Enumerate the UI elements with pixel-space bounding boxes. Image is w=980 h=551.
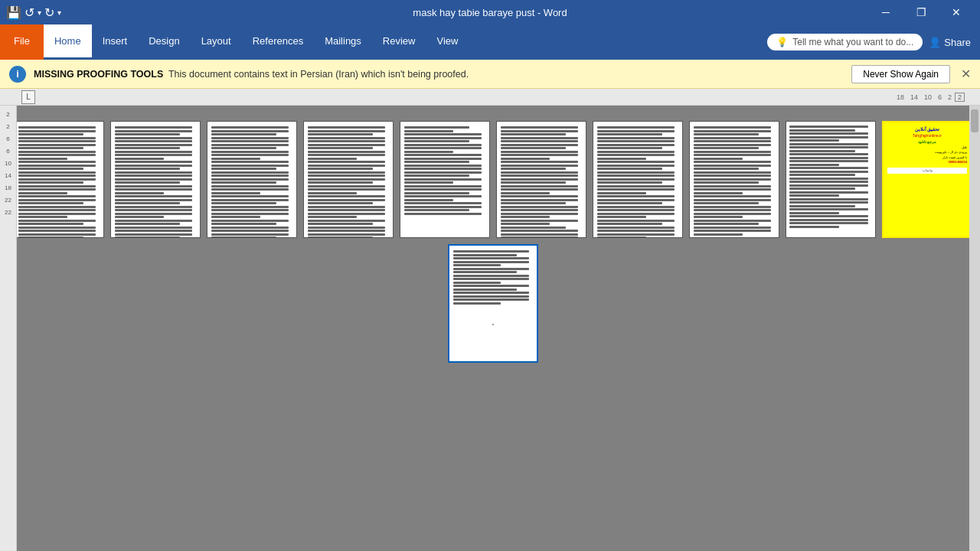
text-line bbox=[789, 157, 868, 159]
tab-design[interactable]: Design bbox=[138, 24, 190, 60]
page-5[interactable] bbox=[400, 121, 490, 238]
text-line bbox=[115, 140, 192, 142]
text-line bbox=[501, 188, 578, 191]
save-icon[interactable]: 💾 bbox=[6, 5, 21, 20]
customize-qat-button[interactable]: ▾ bbox=[57, 8, 61, 17]
text-line bbox=[789, 212, 839, 214]
tell-me-search[interactable]: 💡 Tell me what you want to do... bbox=[767, 34, 923, 51]
undo-dropdown[interactable]: ▾ bbox=[38, 8, 41, 17]
text-line bbox=[501, 223, 550, 225]
text-line bbox=[501, 199, 578, 201]
text-line bbox=[789, 194, 839, 197]
text-line bbox=[404, 192, 469, 194]
undo-button[interactable]: ↺ bbox=[24, 5, 34, 20]
text-line bbox=[597, 140, 675, 142]
text-line bbox=[211, 147, 276, 149]
text-line bbox=[308, 230, 385, 232]
text-line bbox=[597, 236, 646, 238]
text-line bbox=[211, 161, 289, 163]
tab-home[interactable]: Home bbox=[44, 24, 92, 60]
page-9[interactable] bbox=[786, 121, 876, 238]
text-line bbox=[115, 165, 192, 167]
text-line bbox=[597, 178, 675, 181]
text-line bbox=[694, 181, 759, 184]
restore-button[interactable]: ❐ bbox=[903, 0, 939, 24]
text-line bbox=[18, 147, 83, 149]
page-1[interactable] bbox=[17, 121, 104, 238]
close-button[interactable]: ✕ bbox=[939, 0, 974, 24]
page-10-ad[interactable]: تحقیق آنلاین Tahghighonline.ir مرجع دانل… bbox=[882, 121, 969, 238]
text-line bbox=[404, 144, 482, 146]
text-line bbox=[501, 209, 578, 211]
text-line bbox=[694, 185, 771, 187]
tab-review[interactable]: Review bbox=[372, 24, 426, 60]
text-line bbox=[404, 165, 482, 167]
tab-stop-indicator[interactable]: L bbox=[21, 90, 35, 104]
page-3[interactable] bbox=[207, 121, 297, 238]
text-line bbox=[694, 202, 759, 204]
text-line bbox=[501, 178, 578, 181]
tab-view[interactable]: View bbox=[426, 24, 469, 60]
person-icon: 👤 bbox=[929, 37, 941, 48]
text-line bbox=[694, 199, 771, 201]
text-line bbox=[597, 168, 662, 170]
text-line bbox=[453, 264, 501, 266]
page-2[interactable] bbox=[110, 121, 201, 238]
text-line bbox=[789, 191, 868, 194]
text-line bbox=[597, 133, 662, 135]
text-line bbox=[308, 181, 373, 184]
text-line bbox=[789, 208, 868, 210]
tab-insert[interactable]: Insert bbox=[92, 24, 139, 60]
ruler-num-18: 18 bbox=[893, 93, 907, 101]
text-line bbox=[453, 298, 529, 301]
page-8[interactable] bbox=[689, 121, 779, 238]
text-line bbox=[501, 165, 578, 167]
text-line bbox=[501, 151, 578, 153]
text-line bbox=[211, 181, 276, 184]
never-show-again-button[interactable]: Never Show Again bbox=[851, 65, 950, 83]
minimize-button[interactable]: ─ bbox=[868, 0, 903, 24]
text-line bbox=[211, 137, 289, 139]
text-line bbox=[18, 209, 96, 211]
page-4[interactable] bbox=[303, 121, 394, 238]
redo-button[interactable]: ↻ bbox=[44, 5, 54, 20]
text-line bbox=[501, 202, 566, 204]
text-line bbox=[597, 161, 675, 163]
page-11-partial[interactable]: • bbox=[448, 244, 538, 363]
text-line bbox=[404, 130, 453, 132]
tab-layout[interactable]: Layout bbox=[191, 24, 242, 60]
text-line bbox=[789, 164, 839, 166]
tab-file[interactable]: File bbox=[0, 24, 44, 60]
text-line bbox=[597, 144, 675, 146]
text-line bbox=[115, 171, 192, 174]
share-button[interactable]: 👤 Share bbox=[929, 37, 971, 48]
info-close-button[interactable]: ✕ bbox=[961, 67, 971, 81]
text-line bbox=[597, 233, 675, 236]
text-line bbox=[115, 168, 180, 170]
text-line bbox=[789, 219, 868, 221]
text-line bbox=[789, 181, 868, 183]
text-line bbox=[694, 188, 771, 191]
tab-mailings[interactable]: Mailings bbox=[314, 24, 372, 60]
text-line bbox=[211, 133, 276, 135]
vertical-scrollbar[interactable] bbox=[969, 106, 980, 551]
page-6[interactable] bbox=[496, 121, 586, 238]
info-letter: i bbox=[16, 68, 19, 80]
text-line bbox=[453, 271, 517, 273]
info-bar: i MISSING PROOFING TOOLS This document c… bbox=[0, 60, 980, 89]
text-line bbox=[308, 233, 385, 236]
ruler-num-14: 14 bbox=[907, 93, 921, 101]
text-line bbox=[308, 199, 385, 201]
text-line bbox=[308, 195, 385, 197]
text-line bbox=[501, 137, 578, 139]
text-line bbox=[18, 206, 96, 208]
text-line bbox=[694, 227, 771, 229]
text-line bbox=[789, 187, 855, 190]
text-line bbox=[115, 161, 192, 163]
text-line bbox=[453, 254, 517, 256]
text-line bbox=[211, 213, 289, 215]
text-line bbox=[308, 137, 385, 139]
page-7[interactable] bbox=[593, 121, 683, 238]
text-line bbox=[211, 192, 260, 194]
tab-references[interactable]: References bbox=[242, 24, 314, 60]
